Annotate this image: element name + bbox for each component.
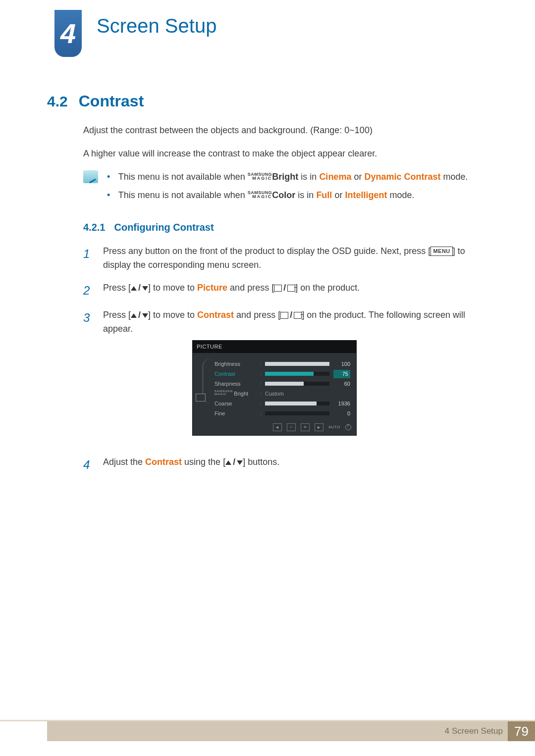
auto-label: AUTO — [328, 424, 340, 430]
subsection-number: 4.2.1 — [83, 220, 105, 235]
step-number: 3 — [83, 308, 94, 447]
section-heading: 4.2 Contrast — [47, 92, 144, 110]
osd-row-magicbright: SAMSUNGMAGIC Bright : Custom — [214, 389, 350, 399]
section-title: Contrast — [79, 92, 144, 110]
step: 3 Press [/] to move to Contrast and pres… — [83, 308, 475, 447]
step-number: 2 — [83, 281, 94, 300]
monitor-icon — [196, 394, 206, 402]
osd-row-fine: Fine : 0 — [214, 408, 350, 418]
note-item: This menu is not available when SAMSUNG … — [107, 170, 468, 184]
samsung-magic-icon: SAMSUNG MAGIC — [248, 172, 272, 180]
footer-text: 4 Screen Setup — [445, 726, 503, 736]
chapter-number: 4 — [60, 20, 76, 48]
enter-source-icon: / — [274, 281, 295, 295]
chapter-tab: 4 — [54, 10, 82, 57]
osd-side-graphic — [199, 359, 210, 418]
back-icon: ◂ — [273, 423, 282, 431]
osd-row-coarse: Coarse : 1936 — [214, 399, 350, 408]
subsection-title: Configuring Contrast — [114, 220, 214, 235]
step-number: 4 — [83, 455, 94, 474]
plus-icon: + — [301, 423, 310, 431]
intro-line-1: Adjust the contrast between the objects … — [83, 124, 475, 137]
steps: 1 Press any button on the front of the p… — [83, 245, 475, 474]
intro-line-2: A higher value will increase the contras… — [83, 147, 475, 160]
enter-source-icon: / — [280, 308, 302, 322]
subsection-heading: 4.2.1 Configuring Contrast — [83, 220, 475, 235]
note-block: This menu is not available when SAMSUNG … — [83, 170, 475, 207]
note-icon — [83, 170, 98, 183]
osd-row-contrast: Contrast : 75 — [214, 369, 350, 379]
minus-icon: − — [287, 423, 296, 431]
chapter-title: Screen Setup — [97, 15, 216, 37]
body: Adjust the contrast between the objects … — [83, 124, 475, 483]
page: 4 Screen Setup 4.2 Contrast Adjust the c… — [0, 0, 535, 756]
note-list: This menu is not available when SAMSUNG … — [107, 170, 468, 207]
osd-row-brightness: Brightness : 100 — [214, 359, 350, 369]
osd-screenshot: PICTURE Brightness : — [192, 340, 357, 436]
up-down-icon: / — [131, 308, 148, 322]
note-item: This menu is not available when SAMSUNG … — [107, 189, 468, 202]
page-number: 79 — [508, 721, 535, 741]
step-number: 1 — [83, 245, 94, 272]
enter-icon: ▸ — [315, 423, 323, 431]
section-number: 4.2 — [47, 93, 68, 110]
step: 1 Press any button on the front of the p… — [83, 245, 475, 272]
step: 2 Press [/] to move to Picture and press… — [83, 281, 475, 300]
up-down-icon: / — [225, 455, 243, 469]
osd-row-sharpness: Sharpness : 60 — [214, 379, 350, 389]
samsung-magic-icon: SAMSUNGMAGIC — [214, 390, 233, 396]
power-icon — [345, 424, 351, 430]
samsung-magic-icon: SAMSUNG MAGIC — [248, 191, 272, 199]
osd-footer: ◂ − + ▸ AUTO — [193, 420, 356, 435]
menu-chip: MENU — [430, 247, 452, 256]
step: 4 Adjust the Contrast using the [/] butt… — [83, 455, 475, 474]
up-down-icon: / — [131, 281, 148, 295]
footer: 4 Screen Setup 79 — [47, 721, 535, 741]
osd-title: PICTURE — [193, 341, 356, 353]
